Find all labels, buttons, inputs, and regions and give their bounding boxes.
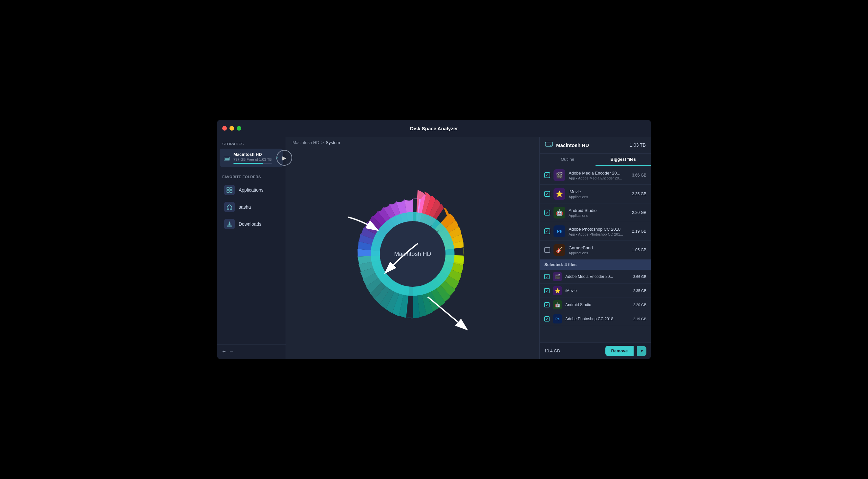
storage-progress-bar <box>234 163 272 164</box>
sasha-label: sasha <box>239 204 251 210</box>
file-name: Adobe Media Encoder 20... <box>568 170 629 175</box>
file-size: 2.35 GB <box>632 192 646 196</box>
file-info: Adobe Media Encoder 20... App • Adobe Me… <box>568 170 629 180</box>
app-window: Disk Space Analyzer Storages 🖴 Macintosh… <box>217 120 651 359</box>
maximize-button[interactable] <box>237 126 241 131</box>
selected-file-item[interactable]: ✓ 🤖 Android Studio 2.20 GB <box>540 298 651 312</box>
remove-button[interactable]: Remove <box>606 346 634 356</box>
right-panel: Macintosh HD 1.03 TB Outline Biggest fil… <box>539 120 651 359</box>
minimize-button[interactable] <box>229 126 234 131</box>
sel-name: Adobe Photoshop CC 2018 <box>565 317 630 321</box>
breadcrumb-current: System <box>326 140 340 145</box>
add-folder-button[interactable]: + <box>222 348 226 355</box>
applications-icon <box>224 185 235 195</box>
file-checkbox[interactable]: ✓ <box>544 210 550 216</box>
garageband-icon: 🎸 <box>554 244 565 256</box>
remove-dropdown-button[interactable]: ▼ <box>637 346 646 356</box>
imovie-icon: ⭐ <box>554 188 565 200</box>
tab-outline[interactable]: Outline <box>540 154 595 166</box>
sel-size: 3.66 GB <box>633 275 646 279</box>
file-item[interactable]: 🎸 GarageBand Applications 1.05 GB <box>540 241 651 259</box>
download-icon <box>224 219 235 229</box>
file-name: Android Studio <box>568 208 629 213</box>
sidebar-footer: + − <box>217 344 286 359</box>
drive-icon: 🖴 <box>223 154 230 162</box>
file-item[interactable]: ✓ ⭐ iMovie Applications 2.35 GB <box>540 185 651 203</box>
file-item[interactable]: ✓ 🎬 Adobe Media Encoder 20... App • Adob… <box>540 166 651 185</box>
file-checkbox[interactable]: ✓ <box>544 228 550 234</box>
app-title: Disk Space Analyzer <box>217 126 651 131</box>
file-list: ✓ 🎬 Adobe Media Encoder 20... App • Adob… <box>540 166 651 342</box>
storage-size: 797 GB Free of 1.03 TB <box>234 158 272 161</box>
sel-icon: 🤖 <box>553 300 562 309</box>
title-bar: Disk Space Analyzer <box>217 120 651 137</box>
home-icon <box>224 202 235 212</box>
file-info: Adobe Photoshop CC 2018 App • Adobe Phot… <box>568 227 629 236</box>
panel-footer: 10.4 GB Remove ▼ <box>540 342 651 359</box>
file-info: GarageBand Applications <box>568 246 629 255</box>
file-item[interactable]: ✓ Ps Adobe Photoshop CC 2018 App • Adobe… <box>540 222 651 241</box>
svg-point-6 <box>380 221 445 287</box>
sel-checkbox[interactable]: ✓ <box>544 316 550 321</box>
panel-drive-size: 1.03 TB <box>630 142 646 148</box>
storage-progress-fill <box>234 163 263 164</box>
sunburst-chart[interactable]: Macintosh HD <box>327 169 498 339</box>
selected-section-header: Selected: 4 files <box>540 259 651 270</box>
sel-size: 2.19 GB <box>633 317 646 321</box>
sidebar: Storages 🖴 Macintosh HD 797 GB Free of 1… <box>217 120 286 359</box>
sel-checkbox[interactable]: ✓ <box>544 288 550 293</box>
photoshop-icon: Ps <box>554 225 565 237</box>
svg-rect-4 <box>227 226 232 226</box>
file-name: Adobe Photoshop CC 2018 <box>568 227 629 232</box>
file-info: Android Studio Applications <box>568 208 629 218</box>
storage-item[interactable]: 🖴 Macintosh HD 797 GB Free of 1.03 TB ✓ … <box>220 149 283 167</box>
file-sub: Applications <box>568 195 629 199</box>
scan-button[interactable]: ▶ <box>276 150 292 166</box>
total-size: 10.4 GB <box>544 348 602 353</box>
sel-icon: Ps <box>553 314 562 323</box>
sidebar-item-applications[interactable]: Applications <box>219 182 284 198</box>
selected-file-item[interactable]: ✓ 🎬 Adobe Media Encoder 20... 3.66 GB <box>540 270 651 284</box>
file-checkbox-unchecked[interactable] <box>544 247 550 253</box>
sidebar-item-downloads[interactable]: Downloads <box>219 216 284 233</box>
android-studio-icon: 🤖 <box>554 207 565 219</box>
svg-point-15 <box>551 145 552 146</box>
chart-area[interactable]: Macintosh HD <box>286 148 539 359</box>
tab-biggest-files[interactable]: Biggest files <box>595 154 651 166</box>
favorite-folders-label: Favorite Folders <box>217 168 286 182</box>
svg-rect-1 <box>230 187 232 190</box>
file-sub: Applications <box>568 251 629 255</box>
panel-drive-name: Macintosh HD <box>556 142 626 148</box>
panel-header: Macintosh HD 1.03 TB <box>540 137 651 154</box>
file-name: iMovie <box>568 189 629 194</box>
sel-checkbox[interactable]: ✓ <box>544 302 550 308</box>
breadcrumb: Macintosh HD > System <box>286 137 539 148</box>
sel-name: Adobe Media Encoder 20... <box>565 274 630 279</box>
sel-size: 2.35 GB <box>633 289 646 293</box>
selected-file-item[interactable]: ✓ Ps Adobe Photoshop CC 2018 2.19 GB <box>540 312 651 326</box>
file-size: 3.66 GB <box>632 173 646 178</box>
sel-name: Android Studio <box>565 302 630 307</box>
file-checkbox[interactable]: ✓ <box>544 191 550 197</box>
downloads-label: Downloads <box>239 221 261 227</box>
sel-checkbox[interactable]: ✓ <box>544 274 550 279</box>
remove-folder-button[interactable]: − <box>230 348 234 355</box>
file-item[interactable]: ✓ 🤖 Android Studio Applications 2.20 GB <box>540 203 651 222</box>
storages-label: Storages <box>217 137 286 149</box>
file-size: 2.19 GB <box>632 229 646 233</box>
file-size: 2.20 GB <box>632 210 646 215</box>
file-info: iMovie Applications <box>568 189 629 199</box>
breadcrumb-root: Macintosh HD <box>292 140 319 145</box>
svg-rect-3 <box>230 190 232 193</box>
sunburst-svg <box>327 169 498 339</box>
close-button[interactable] <box>222 126 227 131</box>
svg-rect-2 <box>227 190 229 193</box>
sel-size: 2.20 GB <box>633 303 646 307</box>
selected-file-item[interactable]: ✓ ⭐ iMovie 2.35 GB <box>540 284 651 298</box>
file-sub: App • Adobe Media Encoder 20... <box>568 176 629 180</box>
svg-rect-0 <box>227 187 229 190</box>
sidebar-item-sasha[interactable]: sasha <box>219 198 284 216</box>
traffic-lights <box>222 126 241 131</box>
sel-name: iMovie <box>565 288 630 293</box>
file-checkbox[interactable]: ✓ <box>544 172 550 178</box>
